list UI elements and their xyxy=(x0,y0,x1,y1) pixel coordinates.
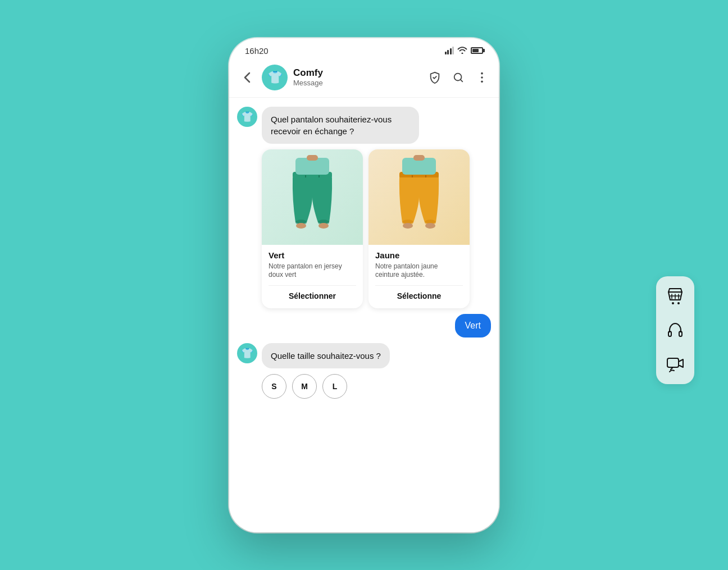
status-icons xyxy=(445,46,484,56)
product-desc-yellow: Notre pantalon jaune ceinture ajustée. xyxy=(375,262,463,280)
status-time: 16h20 xyxy=(245,46,269,56)
product-image-yellow xyxy=(368,149,470,245)
product-desc-green: Notre pantalon en jersey doux vert xyxy=(269,262,356,280)
svg-point-22 xyxy=(403,223,413,229)
size-m-button[interactable]: M xyxy=(292,374,317,399)
product-cards-row: Vert Notre pantalon en jersey doux vert … xyxy=(237,149,491,308)
shield-button[interactable] xyxy=(427,70,443,85)
product-card-green[interactable]: Vert Notre pantalon en jersey doux vert … xyxy=(262,149,363,308)
product-info-green: Vert Notre pantalon en jersey doux vert … xyxy=(262,245,363,308)
contact-subtitle: Message xyxy=(293,79,427,87)
svg-point-23 xyxy=(425,223,435,229)
scene: 16h20 xyxy=(0,0,728,570)
back-button[interactable] xyxy=(238,69,256,86)
svg-rect-14 xyxy=(307,155,318,161)
bot-message-1-row: 👕 Quel pantalon souhaiteriez-vous recevo… xyxy=(237,107,491,144)
search-button[interactable] xyxy=(451,70,466,85)
svg-point-3 xyxy=(481,80,483,83)
user-message-row: Vert xyxy=(237,314,491,338)
svg-point-12 xyxy=(319,223,329,229)
svg-point-1 xyxy=(481,72,483,74)
bot-avatar-2: 👕 xyxy=(237,343,257,363)
headphones-button[interactable] xyxy=(664,319,686,341)
tshirt-icon: 👕 xyxy=(267,70,283,85)
contact-name: Comfy xyxy=(293,67,427,79)
status-bar: 16h20 xyxy=(229,38,499,60)
size-l-button[interactable]: L xyxy=(322,374,347,399)
svg-point-11 xyxy=(296,223,306,229)
signal-icon xyxy=(445,47,454,54)
phone-frame: 16h20 xyxy=(229,38,499,532)
svg-point-2 xyxy=(481,76,483,79)
more-options-button[interactable] xyxy=(474,70,490,85)
bot-avatar-1: 👕 xyxy=(237,107,257,127)
user-message-vert: Vert xyxy=(455,314,491,338)
bot-message-2-row: 👕 Quelle taille souhaitez-vous ? xyxy=(237,343,491,368)
svg-rect-30 xyxy=(667,358,679,367)
wifi-icon xyxy=(457,46,467,56)
product-card-yellow[interactable]: Jaune Notre pantalon jaune ceinture ajus… xyxy=(368,149,470,308)
video-message-button[interactable] xyxy=(664,353,686,375)
size-s-button[interactable]: S xyxy=(262,374,286,399)
size-buttons-row: S M L xyxy=(237,374,491,399)
product-name-yellow: Jaune xyxy=(375,250,463,260)
svg-point-26 xyxy=(672,302,674,304)
side-panel xyxy=(656,276,694,384)
select-green-button[interactable]: Sélectionner xyxy=(269,290,356,302)
bot-message-1: Quel pantalon souhaiteriez-vous recevoir… xyxy=(262,107,419,144)
product-image-green xyxy=(262,149,363,245)
product-info-yellow: Jaune Notre pantalon jaune ceinture ajus… xyxy=(368,245,470,308)
product-name-green: Vert xyxy=(269,250,356,260)
chat-area: 👕 Quel pantalon souhaiteriez-vous recevo… xyxy=(229,98,499,532)
header-actions xyxy=(427,70,490,85)
basket-button[interactable] xyxy=(664,285,686,308)
svg-rect-25 xyxy=(413,155,425,161)
chat-header: 👕 Comfy Message xyxy=(229,60,499,98)
select-yellow-button[interactable]: Sélectionne xyxy=(375,290,463,302)
header-info: Comfy Message xyxy=(293,67,427,87)
battery-icon xyxy=(471,47,483,54)
svg-point-27 xyxy=(677,302,680,304)
avatar: 👕 xyxy=(262,65,288,90)
bot-message-2: Quelle taille souhaitez-vous ? xyxy=(262,343,390,368)
